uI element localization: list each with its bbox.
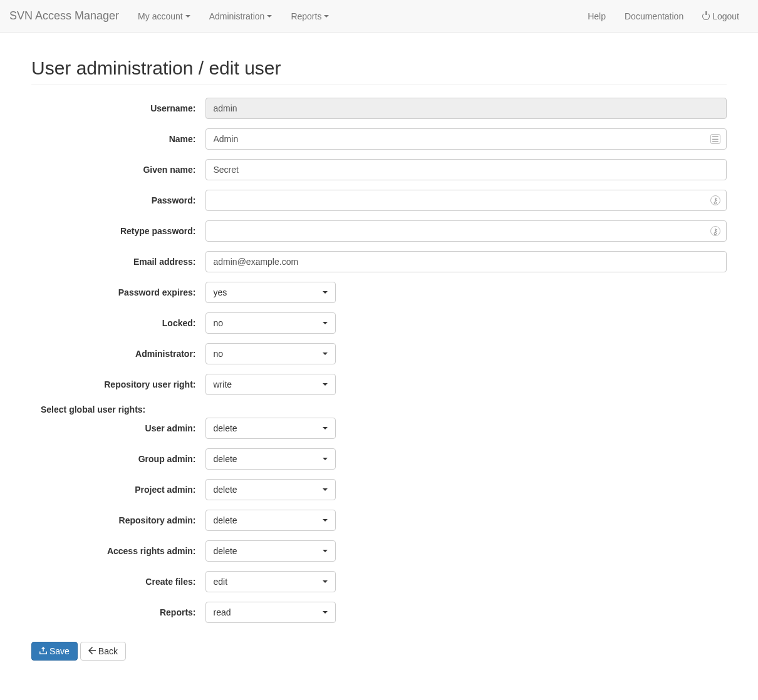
- label-create-files: Create files:: [31, 577, 205, 587]
- select-group-admin[interactable]: delete: [205, 448, 336, 470]
- caret-icon: [323, 550, 328, 552]
- label-repo-user-right: Repository user right:: [31, 379, 205, 389]
- form-actions: Save Back: [31, 642, 727, 661]
- navbar: SVN Access Manager My account Administra…: [0, 0, 758, 33]
- caret-icon: [323, 291, 328, 294]
- nav-logout[interactable]: Logout: [693, 2, 749, 31]
- save-label: Save: [49, 646, 70, 656]
- caret-icon: [323, 580, 328, 583]
- nav-my-account[interactable]: My account: [128, 2, 200, 31]
- select-value: delete: [214, 485, 237, 495]
- row-name: Name: ☰: [31, 128, 727, 150]
- row-access-rights-admin: Access rights admin: delete: [31, 540, 727, 562]
- label-access-rights-admin: Access rights admin:: [31, 546, 205, 556]
- input-name[interactable]: [205, 128, 727, 150]
- select-access-rights-admin[interactable]: delete: [205, 540, 336, 562]
- row-givenname: Given name:: [31, 159, 727, 180]
- nav-documentation[interactable]: Documentation: [615, 2, 693, 31]
- page-header: User administration / edit user: [31, 58, 727, 85]
- caret-icon: [324, 15, 329, 18]
- caret-icon: [323, 427, 328, 430]
- caret-icon: [323, 611, 328, 614]
- save-button[interactable]: Save: [31, 642, 78, 661]
- select-password-expires[interactable]: yes: [205, 282, 336, 303]
- select-administrator[interactable]: no: [205, 343, 336, 364]
- nav-administration[interactable]: Administration: [200, 2, 282, 31]
- row-username: Username:: [31, 98, 727, 119]
- row-administrator: Administrator: no: [31, 343, 727, 364]
- select-repository-admin[interactable]: delete: [205, 510, 336, 531]
- select-reports[interactable]: read: [205, 602, 336, 623]
- nav-label: Reports: [291, 11, 321, 21]
- select-value: no: [214, 349, 224, 359]
- select-value: delete: [214, 454, 237, 464]
- select-value: no: [214, 318, 224, 328]
- label-administrator: Administrator:: [31, 349, 205, 359]
- row-password-expires: Password expires: yes: [31, 282, 727, 303]
- navbar-left: My account Administration Reports: [128, 2, 338, 31]
- select-value: read: [214, 607, 231, 617]
- label-retype-password: Retype password:: [31, 226, 205, 236]
- save-icon: [39, 646, 47, 656]
- back-button[interactable]: Back: [80, 642, 126, 661]
- row-retype-password: Retype password: ⚷: [31, 220, 727, 242]
- navbar-right: Help Documentation Logout: [578, 2, 749, 31]
- row-group-admin: Group admin: delete: [31, 448, 727, 470]
- row-create-files: Create files: edit: [31, 571, 727, 592]
- select-repo-user-right[interactable]: write: [205, 374, 336, 395]
- select-value: delete: [214, 515, 237, 525]
- label-username: Username:: [31, 103, 205, 113]
- caret-icon: [323, 519, 328, 522]
- caret-icon: [185, 15, 190, 18]
- nav-label: Logout: [712, 11, 739, 21]
- back-icon: [88, 646, 96, 656]
- label-password-expires: Password expires:: [31, 287, 205, 297]
- label-email: Email address:: [31, 257, 205, 267]
- page-title: User administration / edit user: [31, 58, 727, 79]
- label-user-admin: User admin:: [31, 423, 205, 433]
- row-repo-user-right: Repository user right: write: [31, 374, 727, 395]
- caret-icon: [323, 458, 328, 460]
- row-user-admin: User admin: delete: [31, 418, 727, 439]
- caret-icon: [323, 322, 328, 324]
- input-username: [205, 98, 727, 119]
- nav-label: My account: [138, 11, 183, 21]
- input-email[interactable]: [205, 251, 727, 272]
- main-container: User administration / edit user Username…: [22, 58, 736, 661]
- select-value: delete: [214, 423, 237, 433]
- caret-icon: [323, 383, 328, 386]
- select-user-admin[interactable]: delete: [205, 418, 336, 439]
- row-project-admin: Project admin: delete: [31, 479, 727, 500]
- edit-user-form: Username: Name: ☰ Given name: Password: …: [31, 98, 727, 661]
- caret-icon: [323, 353, 328, 355]
- label-givenname: Given name:: [31, 165, 205, 175]
- label-name: Name:: [31, 134, 205, 144]
- label-reports: Reports:: [31, 607, 205, 617]
- row-locked: Locked: no: [31, 312, 727, 334]
- row-reports: Reports: read: [31, 602, 727, 623]
- select-value: yes: [214, 287, 227, 297]
- nav-reports[interactable]: Reports: [281, 2, 338, 31]
- select-create-files[interactable]: edit: [205, 571, 336, 592]
- input-givenname[interactable]: [205, 159, 727, 180]
- brand[interactable]: SVN Access Manager: [9, 0, 128, 32]
- label-repository-admin: Repository admin:: [31, 515, 205, 525]
- row-password: Password: ⚷: [31, 190, 727, 211]
- row-repository-admin: Repository admin: delete: [31, 510, 727, 531]
- power-icon: [702, 13, 710, 20]
- row-email: Email address:: [31, 251, 727, 272]
- caret-icon: [323, 488, 328, 491]
- label-password: Password:: [31, 195, 205, 205]
- back-label: Back: [98, 646, 118, 656]
- select-locked[interactable]: no: [205, 312, 336, 334]
- select-project-admin[interactable]: delete: [205, 479, 336, 500]
- caret-icon: [267, 15, 272, 18]
- input-retype-password[interactable]: [205, 220, 727, 242]
- label-locked: Locked:: [31, 318, 205, 328]
- input-password[interactable]: [205, 190, 727, 211]
- select-value: write: [214, 379, 232, 389]
- label-group-admin: Group admin:: [31, 454, 205, 464]
- nav-help[interactable]: Help: [578, 2, 615, 31]
- select-value: edit: [214, 577, 228, 587]
- select-value: delete: [214, 546, 237, 556]
